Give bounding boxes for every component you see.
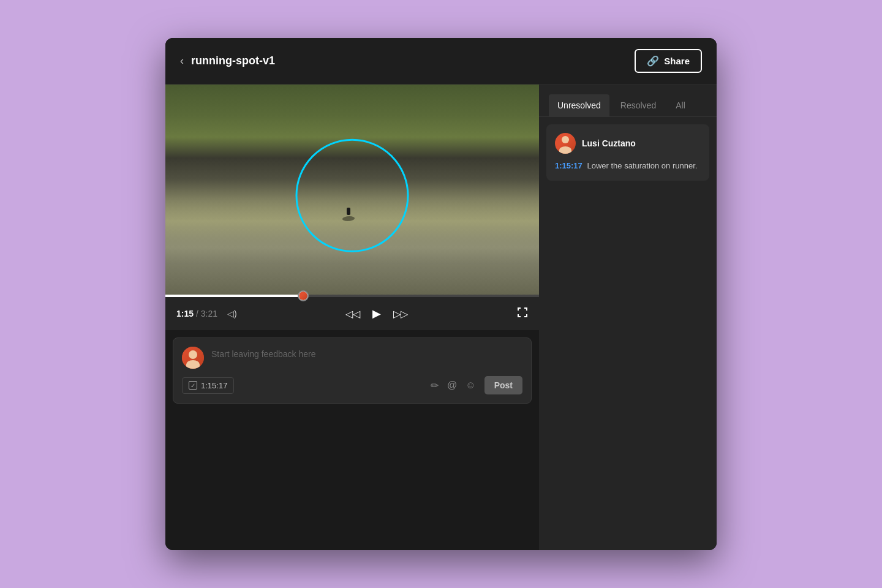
fullscreen-button[interactable] <box>517 307 528 320</box>
comment-header: Lusi Cuztano <box>555 133 701 154</box>
comment-text: Lower the saturation on runner. <box>587 161 697 170</box>
timestamp-value: 1:15:17 <box>201 381 227 390</box>
back-button[interactable]: ‹ <box>180 55 184 67</box>
emoji-icon[interactable]: ☺ <box>466 380 475 391</box>
feedback-input[interactable]: Start leaving feedback here <box>211 347 522 359</box>
app-window: ‹ running-spot-v1 🔗 Share <box>165 38 717 550</box>
check-mark: ✓ <box>190 382 195 389</box>
file-title: running-spot-v1 <box>191 55 275 67</box>
share-button[interactable]: 🔗 Share <box>635 49 702 73</box>
post-button[interactable]: Post <box>484 376 522 394</box>
player-controls: 1:15 / 3:21 ◁) ◁◁ ▶ ▷▷ <box>165 297 539 330</box>
tab-resolved[interactable]: Resolved <box>612 94 665 116</box>
runner-figure <box>345 208 352 221</box>
time-display: 1:15 / 3:21 <box>176 309 217 318</box>
controls-center: ◁◁ ▶ ▷▷ <box>247 304 507 323</box>
comment-tools: ✏ @ ☺ Post <box>431 376 522 394</box>
comments-panel: Unresolved Resolved All Lusi Cuztano 1:1… <box>539 85 717 550</box>
tab-unresolved[interactable]: Unresolved <box>549 94 609 116</box>
video-background <box>165 85 539 295</box>
scrubber-thumb-avatar <box>299 292 307 300</box>
video-panel: 1:15 / 3:21 ◁) ◁◁ ▶ ▷▷ <box>165 85 539 550</box>
comment-card[interactable]: Lusi Cuztano 1:15:17 Lower the saturatio… <box>546 124 709 181</box>
scrubber-thumb[interactable] <box>298 290 309 301</box>
header-left: ‹ running-spot-v1 <box>180 55 275 67</box>
avatar-face <box>182 347 204 369</box>
forward-frame-button[interactable]: ▷▷ <box>391 306 410 322</box>
commenter-avatar <box>555 133 576 154</box>
main-content: 1:15 / 3:21 ◁) ◁◁ ▶ ▷▷ <box>165 85 717 550</box>
scrubber-bar[interactable] <box>165 295 539 297</box>
commenter-name: Lusi Cuztano <box>582 138 636 148</box>
feedback-area: Start leaving feedback here ✓ 1:15:17 ✏ … <box>173 337 532 404</box>
feedback-top: Start leaving feedback here <box>182 347 522 369</box>
checkbox-icon[interactable]: ✓ <box>189 381 197 390</box>
feedback-bottom: ✓ 1:15:17 ✏ @ ☺ Post <box>182 376 522 394</box>
share-icon: 🔗 <box>647 55 659 67</box>
tab-all[interactable]: All <box>667 94 694 116</box>
road-overlay <box>165 200 539 295</box>
mention-icon[interactable]: @ <box>447 380 457 391</box>
time-separator: / <box>196 309 201 318</box>
share-label: Share <box>664 56 690 66</box>
volume-icon[interactable]: ◁) <box>227 309 237 318</box>
scrubber-fill <box>165 295 307 297</box>
draw-icon[interactable]: ✏ <box>431 380 439 391</box>
user-avatar <box>182 347 204 369</box>
back-frame-button[interactable]: ◁◁ <box>343 306 363 322</box>
current-time: 1:15 <box>176 309 194 318</box>
runner-body <box>347 208 350 215</box>
comment-timestamp[interactable]: 1:15:17 <box>555 161 582 170</box>
comments-tabs: Unresolved Resolved All <box>539 85 717 117</box>
video-area[interactable] <box>165 85 539 295</box>
comment-body: 1:15:17 Lower the saturation on runner. <box>555 160 701 172</box>
play-button[interactable]: ▶ <box>370 304 383 323</box>
header: ‹ running-spot-v1 🔗 Share <box>165 38 717 85</box>
timestamp-chip[interactable]: ✓ 1:15:17 <box>182 377 234 394</box>
total-time: 3:21 <box>201 309 217 318</box>
